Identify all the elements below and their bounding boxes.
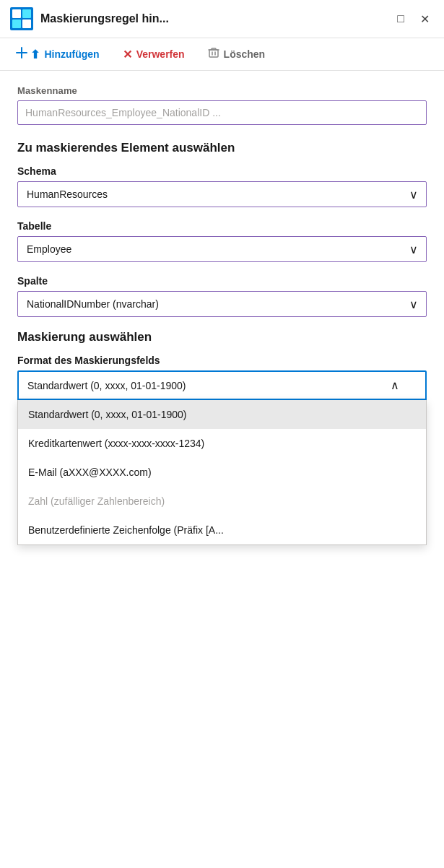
- maskenname-label: Maskenname: [17, 85, 427, 96]
- spalte-group: Spalte NationalIDNumber (nvarchar) ∨: [17, 275, 427, 317]
- close-button[interactable]: ✕: [416, 9, 434, 29]
- add-label: Hinzufügen: [44, 48, 99, 60]
- schema-select-wrapper: HumanResources ∨: [17, 181, 427, 207]
- dropdown-selected-item[interactable]: Standardwert (0, xxxx, 01-01-1900) ∧: [17, 370, 427, 400]
- dropdown-list: Standardwert (0, xxxx, 01-01-1900)Kredit…: [17, 400, 427, 545]
- masking-section-title: Maskierung auswählen: [17, 330, 427, 344]
- tabelle-select-wrapper: Employee ∨: [17, 236, 427, 262]
- dropdown-item[interactable]: Benutzerdefinierte Zeichenfolge (Präfix …: [18, 516, 426, 544]
- svg-rect-4: [22, 19, 31, 28]
- tabelle-group: Tabelle Employee ∨: [17, 220, 427, 262]
- delete-button[interactable]: Löschen: [204, 44, 270, 64]
- maskenname-section: Maskenname: [17, 85, 427, 125]
- delete-icon: [208, 47, 219, 61]
- spalte-select-wrapper: NationalIDNumber (nvarchar) ∨: [17, 291, 427, 317]
- format-dropdown: Standardwert (0, xxxx, 01-01-1900) ∧ Sta…: [17, 370, 427, 545]
- dropdown-selected-text: Standardwert (0, xxxx, 01-01-1900): [27, 380, 186, 391]
- format-label: Format des Maskierungsfelds: [17, 355, 427, 366]
- window-title: Maskierungsregel hin...: [40, 12, 393, 25]
- schema-label: Schema: [17, 165, 427, 177]
- app-icon: [10, 7, 33, 30]
- toolbar: ⬆ Hinzufügen ✕ Verwerfen Löschen: [0, 38, 444, 71]
- title-bar: Maskierungsregel hin... □ ✕: [0, 0, 444, 38]
- dropdown-item[interactable]: Kreditkartenwert (xxxx-xxxx-xxxx-1234): [18, 429, 426, 458]
- discard-label: Verwerfen: [136, 48, 185, 60]
- spalte-select[interactable]: NationalIDNumber (nvarchar): [17, 291, 427, 317]
- dropdown-chevron-up-icon: ∧: [391, 378, 399, 392]
- discard-icon: ✕: [123, 48, 132, 61]
- add-icon: ⬆: [16, 47, 40, 61]
- section-title: Zu maskierendes Element auswählen: [17, 141, 427, 155]
- svg-rect-3: [12, 19, 21, 28]
- restore-button[interactable]: □: [393, 9, 409, 28]
- schema-group: Schema HumanResources ∨: [17, 165, 427, 207]
- svg-rect-1: [12, 9, 21, 18]
- dropdown-item[interactable]: Standardwert (0, xxxx, 01-01-1900): [18, 400, 426, 429]
- maskenname-input[interactable]: [17, 100, 427, 125]
- tabelle-select[interactable]: Employee: [17, 236, 427, 262]
- svg-rect-6: [209, 50, 218, 57]
- window-controls: □ ✕: [393, 9, 434, 29]
- dropdown-item[interactable]: E-Mail (aXXX@XXXX.com): [18, 458, 426, 487]
- delete-label: Löschen: [224, 48, 266, 60]
- dropdown-item: Zahl (zufälliger Zahlenbereich): [18, 487, 426, 516]
- schema-select[interactable]: HumanResources: [17, 181, 427, 207]
- tabelle-label: Tabelle: [17, 220, 427, 232]
- main-content: Maskenname Zu maskierendes Element auswä…: [0, 71, 444, 560]
- add-button[interactable]: ⬆ Hinzufügen: [12, 44, 104, 64]
- discard-button[interactable]: ✕ Verwerfen: [118, 45, 189, 64]
- spalte-label: Spalte: [17, 275, 427, 287]
- svg-rect-2: [22, 9, 31, 18]
